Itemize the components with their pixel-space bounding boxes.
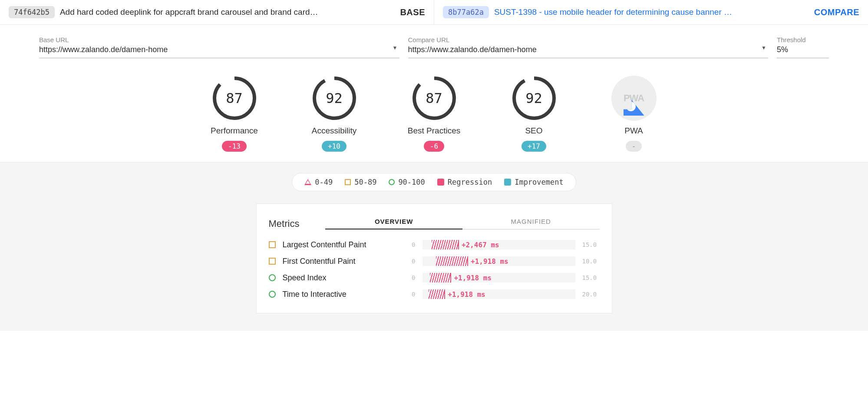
compare-commit-title[interactable]: SUST-1398 - use mobile header for determ…	[494, 7, 809, 17]
gauge-label: Accessibility	[312, 126, 356, 136]
legend-regression: Regression	[437, 178, 492, 186]
metric-min: 0	[398, 241, 416, 248]
compare-url-field[interactable]: Compare URL https://www.zalando.de/damen…	[408, 36, 769, 58]
chevron-down-icon[interactable]: ▼	[761, 45, 766, 51]
gauge-pwa[interactable]: PWAPWA -	[601, 76, 667, 152]
gauge-score: 92	[512, 76, 557, 121]
legend-section: 0-49 50-89 90-100 Regression Improvement…	[0, 163, 868, 331]
metrics-title: Metrics	[269, 218, 300, 229]
gauge-delta-pill: +17	[521, 141, 546, 152]
base-commit-block: 74f642b5 Add hard coded deeplink for app…	[0, 0, 434, 24]
metric-bar: +1,918 ms	[422, 273, 575, 282]
legend-improvement: Improvement	[504, 178, 564, 186]
gauge-best-practices[interactable]: 87 Best Practices -6	[402, 76, 467, 152]
metric-row[interactable]: Speed Index 0 +1,918 ms 15.0	[269, 269, 600, 286]
gauge-score: 87	[412, 76, 457, 121]
threshold-value: 5%	[777, 44, 829, 58]
base-url-label: Base URL	[39, 36, 399, 43]
legend-range-low: 0-49	[304, 178, 333, 186]
gauge-ring: 92	[312, 76, 357, 121]
metrics-tabs: OVERVIEW MAGNIFIED	[325, 214, 599, 229]
pwa-icon: PWA	[611, 76, 657, 121]
legend-regression-text: Regression	[448, 178, 492, 186]
metric-name: Speed Index	[283, 273, 391, 282]
gauge-performance[interactable]: 87 Performance -13	[202, 76, 267, 152]
tab-magnified[interactable]: MAGNIFIED	[462, 214, 600, 229]
compare-commit-block: 8b77a62a SUST-1398 - use mobile header f…	[434, 0, 868, 24]
gauge-score: 87	[212, 76, 257, 121]
gauge-accessibility[interactable]: 92 Accessibility +10	[302, 76, 367, 152]
gauge-delta-pill: -13	[222, 141, 247, 152]
legend-improvement-text: Improvement	[515, 178, 564, 186]
compare-commit-chip[interactable]: 8b77a62a	[443, 6, 489, 18]
gauge-label: SEO	[525, 126, 542, 136]
metrics-panel: Metrics OVERVIEW MAGNIFIED Largest Conte…	[256, 203, 612, 313]
gauges-row: 87 Performance -13 92 Accessibility +10 …	[0, 63, 868, 163]
gauge-delta-pill: +10	[322, 141, 347, 152]
gauge-delta-pill: -	[626, 141, 642, 152]
metric-delta: +1,918 ms	[445, 289, 485, 299]
square-icon	[269, 241, 276, 248]
improvement-swatch-icon	[504, 179, 511, 186]
metric-name: Time to Interactive	[283, 290, 391, 299]
metric-min: 0	[398, 258, 416, 265]
metric-delta: +1,918 ms	[451, 273, 492, 282]
legend-range-mid: 50-89	[345, 178, 376, 186]
metric-name: First Contentful Paint	[283, 257, 391, 266]
gauge-ring: 87	[412, 76, 457, 121]
gauge-label: Performance	[211, 126, 258, 136]
square-icon	[345, 179, 351, 185]
gauge-ring: 92	[512, 76, 557, 121]
metric-row[interactable]: Largest Contentful Paint 0 +2,467 ms 15.…	[269, 236, 600, 253]
compare-header: 74f642b5 Add hard coded deeplink for app…	[0, 0, 868, 25]
gauge-label: Best Practices	[408, 126, 460, 136]
metric-bar: +1,918 ms	[422, 256, 575, 266]
triangle-icon	[304, 179, 311, 185]
legend-pill: 0-49 50-89 90-100 Regression Improvement	[292, 173, 576, 191]
compare-url-value: https://www.zalando.de/damen-home	[408, 44, 769, 58]
gauge-seo[interactable]: 92 SEO +17	[502, 76, 567, 152]
tab-overview[interactable]: OVERVIEW	[325, 214, 462, 229]
metric-bar: +2,467 ms	[422, 240, 575, 249]
base-commit-title: Add hard coded deeplink for appcraft bra…	[60, 7, 395, 17]
metric-max: 10.0	[582, 258, 600, 265]
threshold-field[interactable]: Threshold 5%	[777, 36, 829, 58]
legend-range-low-text: 0-49	[315, 178, 333, 186]
url-row: Base URL https://www.zalando.de/damen-ho…	[0, 25, 868, 63]
compare-url-label: Compare URL	[408, 36, 769, 43]
legend-range-mid-text: 50-89	[354, 178, 376, 186]
metric-max: 15.0	[582, 274, 600, 281]
gauge-score: 92	[312, 76, 357, 121]
gauge-delta-pill: -6	[424, 141, 444, 152]
square-icon	[269, 258, 276, 265]
threshold-label: Threshold	[777, 36, 829, 43]
metric-row[interactable]: First Contentful Paint 0 +1,918 ms 10.0	[269, 253, 600, 269]
base-url-field[interactable]: Base URL https://www.zalando.de/damen-ho…	[39, 36, 399, 58]
base-url-value: https://www.zalando.de/damen-home	[39, 44, 399, 58]
regression-swatch-icon	[437, 179, 444, 186]
gauge-label: PWA	[624, 126, 643, 136]
metric-delta: +2,467 ms	[459, 240, 499, 249]
legend-range-high: 90-100	[389, 178, 425, 186]
gauge-ring: 87	[212, 76, 257, 121]
chevron-down-icon[interactable]: ▼	[393, 45, 398, 51]
metric-delta: +1,918 ms	[468, 256, 508, 266]
metric-name: Largest Contentful Paint	[283, 240, 391, 249]
metric-max: 15.0	[582, 241, 600, 248]
metric-row[interactable]: Time to Interactive 0 +1,918 ms 20.0	[269, 286, 600, 302]
metric-min: 0	[398, 291, 416, 298]
metric-min: 0	[398, 274, 416, 281]
compare-role-label: COMPARE	[814, 7, 859, 17]
legend-range-high-text: 90-100	[398, 178, 425, 186]
circle-icon	[269, 291, 276, 298]
circle-icon	[389, 179, 395, 185]
metric-max: 20.0	[582, 291, 600, 298]
metric-bar: +1,918 ms	[422, 289, 575, 299]
circle-icon	[269, 274, 276, 281]
base-commit-chip[interactable]: 74f642b5	[9, 6, 55, 18]
base-role-label: BASE	[400, 7, 425, 17]
